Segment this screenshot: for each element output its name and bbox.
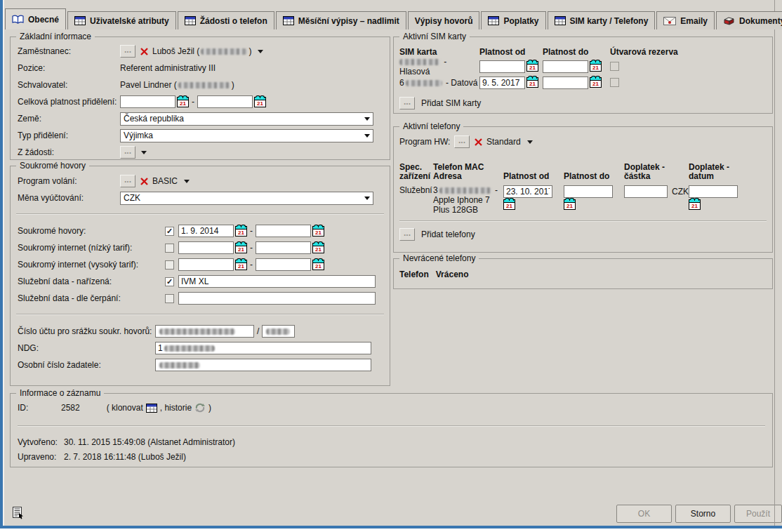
record-created-row: Vytvořeno: 30. 11. 2015 15:49:08 (Alstan… — [11, 434, 772, 449]
sim-name: - Hlasová — [399, 57, 479, 77]
call-program-picker-button[interactable]: ... — [120, 175, 135, 187]
employee-picker-button[interactable]: ... — [120, 45, 135, 58]
data-usage-input[interactable] — [178, 292, 376, 305]
sim-col-to: Platnost do — [543, 47, 606, 57]
internet-low-checkbox[interactable] — [165, 244, 174, 253]
sim-reserve-checkbox[interactable] — [610, 62, 619, 71]
private-calls-checkbox[interactable]: ✓ — [165, 227, 174, 236]
calendar-icon[interactable]: 21 — [564, 199, 576, 210]
record-id-label: ID: — [18, 403, 61, 413]
add-sim-button[interactable]: ... — [399, 97, 415, 109]
tab-obecne[interactable]: Obecné — [5, 8, 66, 29]
calendar-icon[interactable]: 21 — [235, 243, 247, 253]
calendar-icon[interactable]: 21 — [235, 260, 247, 270]
employee-dropdown-caret[interactable] — [258, 50, 263, 53]
cancel-button[interactable]: Storno — [675, 505, 731, 523]
data-ordered-input[interactable] — [178, 275, 376, 288]
mail-icon — [663, 17, 676, 25]
currency-row: Měna vyúčtování: CZK — [11, 189, 390, 206]
tab-emaily[interactable]: Emaily — [656, 11, 715, 29]
calendar-icon[interactable]: 21 — [235, 226, 247, 237]
calendar-icon[interactable]: 21 — [526, 61, 538, 72]
phone-to-input[interactable] — [564, 185, 613, 198]
sim-from-input[interactable] — [479, 60, 525, 73]
data-usage-checkbox[interactable] — [165, 294, 174, 303]
internet-high-checkbox[interactable] — [165, 260, 174, 270]
calendar-icon[interactable]: 21 — [526, 77, 538, 88]
remove-call-program-icon[interactable] — [140, 177, 149, 186]
clone-icon[interactable] — [146, 404, 157, 413]
internet-low-from-input[interactable] — [178, 241, 234, 254]
phone-type: Služební — [399, 185, 433, 195]
remove-employee-icon[interactable] — [140, 47, 149, 56]
account-slash: / — [257, 326, 259, 336]
call-program-caret[interactable] — [184, 180, 190, 183]
calendar-icon[interactable]: 21 — [312, 260, 324, 270]
call-program-label: Program volání: — [18, 176, 120, 186]
record-id-row: ID: 2582 ( klonovat , historie ) — [11, 399, 772, 416]
calendar-icon[interactable]: 21 — [689, 199, 701, 210]
phone-from-input[interactable] — [503, 185, 552, 198]
hw-program-caret[interactable] — [527, 140, 533, 144]
currency-select[interactable]: CZK — [120, 192, 373, 205]
from-request-picker-button[interactable]: ... — [120, 146, 135, 159]
from-request-caret[interactable] — [141, 151, 147, 154]
internet-high-from-input[interactable] — [178, 258, 234, 271]
sim-from-input[interactable] — [479, 77, 525, 89]
remove-hw-program-icon[interactable] — [474, 138, 483, 147]
calendar-icon[interactable]: 21 — [312, 243, 324, 253]
group-unreturned-phones: Nevrácené telefony Telefon Vráceno — [393, 258, 773, 289]
private-calls-from-input[interactable] — [178, 225, 234, 237]
sim-to-input[interactable] — [543, 60, 588, 73]
account-number-input[interactable] — [155, 325, 254, 338]
history-icon[interactable] — [194, 403, 206, 413]
tab-label: Uživatelské atributy — [90, 16, 169, 26]
calendar-icon[interactable]: 21 — [590, 61, 602, 72]
internet-high-to-input[interactable] — [256, 258, 311, 271]
calendar-icon[interactable]: 21 — [590, 77, 602, 88]
record-updated-row: Upraveno: 2. 7. 2018 16:11:48 (Luboš Jež… — [11, 449, 772, 464]
history-label[interactable]: , historie — [160, 403, 192, 413]
tab-mesicni-vypisy[interactable]: Měsíční výpisy – nadlimit — [276, 11, 406, 29]
bank-code-input[interactable] — [262, 325, 295, 338]
country-select[interactable]: Česká republika — [120, 112, 373, 126]
tab-label: Žádosti o telefon — [200, 16, 267, 26]
data-ordered-checkbox[interactable]: ✓ — [165, 277, 174, 286]
sim-reserve-checkbox[interactable] — [610, 78, 619, 87]
report-select-icon[interactable] — [12, 507, 25, 519]
phones-col-surcharge-date: Doplatek - datum — [689, 163, 748, 181]
validity-label: Celková platnost přidělení: — [18, 97, 120, 107]
tab-sim-karty-telefony[interactable]: SIM karty / Telefony — [548, 11, 656, 29]
tab-uzivatelske-atributy[interactable]: Uživatelské atributy — [67, 11, 176, 29]
tab-poplatky[interactable]: Poplatky — [481, 11, 545, 29]
approver-label: Schvalovatel: — [18, 80, 120, 90]
position-value: Referent administrativy III — [120, 63, 216, 73]
private-calls-to-input[interactable] — [256, 225, 311, 237]
tab-vypisy-hovoru[interactable]: Výpisy hovorů — [408, 11, 480, 29]
validity-to-input[interactable] — [197, 95, 253, 108]
ok-button[interactable]: OK — [616, 505, 672, 523]
internet-low-to-input[interactable] — [256, 241, 311, 254]
tab-label: Výpisy hovorů — [415, 16, 473, 26]
surcharge-date-input[interactable] — [689, 185, 738, 198]
tab-dokumenty[interactable]: Dokumenty — [716, 11, 782, 29]
data-ordered-label: Služební data - nařízená: — [18, 277, 165, 286]
calendar-icon[interactable]: 21 — [177, 97, 189, 107]
hw-program-picker-button[interactable]: ... — [454, 135, 470, 148]
calendar-icon[interactable]: 21 — [254, 97, 266, 107]
calendar-icon[interactable]: 21 — [503, 199, 515, 210]
personal-number-input[interactable] — [155, 359, 371, 371]
window-bottom-border-highlight — [0, 528, 782, 532]
ndg-input[interactable]: 1 — [155, 342, 371, 354]
assignment-type-select[interactable]: Výjimka — [120, 129, 373, 142]
tab-zadosti-o-telefon[interactable]: Žádosti o telefon — [178, 11, 274, 29]
window-right-frame — [774, 0, 775, 526]
add-phone-button[interactable]: ... — [399, 228, 415, 241]
sim-col-from: Platnost od — [479, 47, 543, 57]
surcharge-amount-input[interactable] — [624, 185, 668, 198]
employee-row: Zaměstnanec: ... Luboš Ježil ( ) — [11, 43, 390, 60]
sim-to-input[interactable] — [543, 77, 588, 89]
validity-from-input[interactable] — [120, 95, 175, 108]
clone-label[interactable]: ( klonovat — [107, 403, 143, 413]
calendar-icon[interactable]: 21 — [312, 226, 324, 237]
